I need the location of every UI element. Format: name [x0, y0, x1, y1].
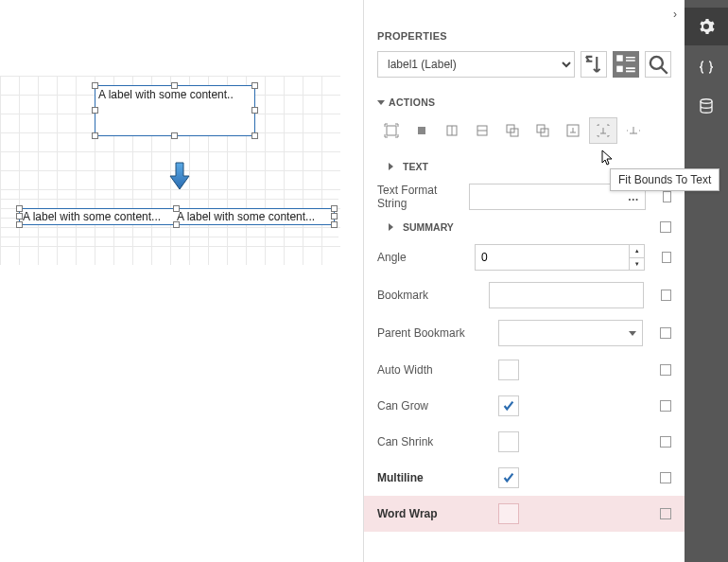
properties-header: PROPERTIES	[364, 25, 685, 51]
prop-marker[interactable]	[660, 221, 671, 233]
angle-input[interactable]	[476, 245, 629, 270]
grid-bg-2	[0, 199, 338, 255]
element-selector[interactable]: label1 (Label)	[377, 51, 575, 78]
right-sidebar	[685, 0, 728, 562]
reset-text-button[interactable]	[619, 117, 648, 144]
bookmark-input[interactable]	[489, 282, 644, 308]
label2-box[interactable]: A label with some content... A label wit…	[19, 208, 335, 225]
actions-toolbar	[364, 117, 685, 155]
angle-label: Angle	[377, 251, 465, 264]
resize-handle[interactable]	[331, 221, 338, 228]
svg-rect-4	[418, 127, 425, 134]
label2-right-text: A label with some content...	[177, 210, 331, 223]
resize-handle[interactable]	[16, 221, 23, 228]
resize-handle[interactable]	[173, 221, 180, 228]
svg-rect-3	[387, 126, 396, 135]
resize-handle[interactable]	[251, 132, 258, 139]
sort-alpha-button[interactable]	[581, 51, 607, 78]
align-center-h-button[interactable]	[438, 117, 466, 144]
resize-handle[interactable]	[251, 107, 258, 114]
bookmark-label: Bookmark	[377, 289, 479, 302]
multiline-checkbox[interactable]	[498, 467, 519, 488]
svg-rect-0	[616, 55, 623, 61]
properties-tab-button[interactable]	[685, 8, 728, 45]
parent-bookmark-label: Parent Bookmark	[377, 326, 489, 340]
down-arrow-icon	[168, 161, 191, 195]
properties-panel: › PROPERTIES label1 (Label) ACTIONS TEXT…	[363, 0, 685, 562]
can-shrink-label: Can Shrink	[377, 435, 489, 448]
angle-spin-up[interactable]: ▲	[630, 245, 644, 258]
categorized-button[interactable]	[613, 51, 639, 78]
resize-handle[interactable]	[173, 205, 180, 212]
prop-marker[interactable]	[660, 327, 671, 339]
svg-point-12	[701, 99, 712, 103]
resize-handle[interactable]	[171, 132, 178, 139]
summary-section-header[interactable]: SUMMARY	[364, 216, 685, 238]
resize-handle[interactable]	[331, 213, 338, 220]
search-button[interactable]	[645, 51, 671, 78]
label1-text: A label with some content..	[98, 88, 234, 101]
auto-width-label: Auto Width	[377, 363, 489, 377]
angle-spin-down[interactable]: ▼	[630, 258, 644, 271]
can-grow-label: Can Grow	[377, 399, 489, 413]
can-grow-checkbox[interactable]	[498, 395, 519, 416]
text-format-string-input[interactable]	[469, 184, 623, 210]
word-wrap-label: Word Wrap	[377, 507, 489, 520]
prop-marker[interactable]	[660, 508, 671, 519]
panel-collapse-icon[interactable]: ›	[673, 8, 677, 21]
svg-rect-1	[616, 66, 623, 73]
resize-handle[interactable]	[251, 82, 258, 89]
actions-section-header[interactable]: ACTIONS	[364, 91, 685, 117]
tooltip: Fit Bounds To Text	[610, 168, 719, 191]
can-shrink-checkbox[interactable]	[498, 431, 519, 452]
text-format-string-label: Text Format String	[377, 184, 459, 210]
fit-text-to-bounds-button[interactable]	[559, 117, 587, 144]
resize-handle[interactable]	[16, 213, 23, 220]
expressions-tab-button[interactable]	[685, 47, 728, 85]
resize-handle[interactable]	[92, 82, 98, 89]
resize-handle[interactable]	[171, 82, 178, 89]
data-tab-button[interactable]	[685, 87, 728, 125]
design-canvas[interactable]: A label with some content.. A label with…	[0, 0, 363, 562]
prop-marker[interactable]	[660, 436, 671, 448]
parent-bookmark-dropdown[interactable]	[498, 320, 643, 346]
auto-width-checkbox[interactable]	[498, 360, 519, 380]
resize-handle[interactable]	[331, 205, 338, 212]
size-to-grid-button[interactable]	[407, 117, 436, 144]
fit-to-container-button[interactable]	[377, 117, 406, 144]
align-center-v-button[interactable]	[468, 117, 496, 144]
label1-box[interactable]: A label with some content..	[95, 85, 255, 136]
bring-front-button[interactable]	[498, 117, 527, 144]
resize-handle[interactable]	[92, 132, 98, 139]
svg-point-2	[650, 57, 663, 69]
prop-marker[interactable]	[661, 290, 671, 301]
prop-marker[interactable]	[660, 400, 671, 412]
prop-marker[interactable]	[660, 364, 671, 376]
prop-marker[interactable]	[663, 191, 671, 202]
resize-handle[interactable]	[16, 205, 23, 212]
prop-marker[interactable]	[662, 252, 671, 263]
prop-marker[interactable]	[660, 472, 671, 483]
multiline-label: Multiline	[377, 471, 489, 484]
label2-left-text: A label with some content...	[23, 210, 177, 223]
send-back-button[interactable]	[529, 117, 557, 144]
word-wrap-checkbox[interactable]	[498, 503, 519, 524]
resize-handle[interactable]	[92, 107, 98, 114]
fit-bounds-to-text-button[interactable]	[589, 117, 617, 144]
